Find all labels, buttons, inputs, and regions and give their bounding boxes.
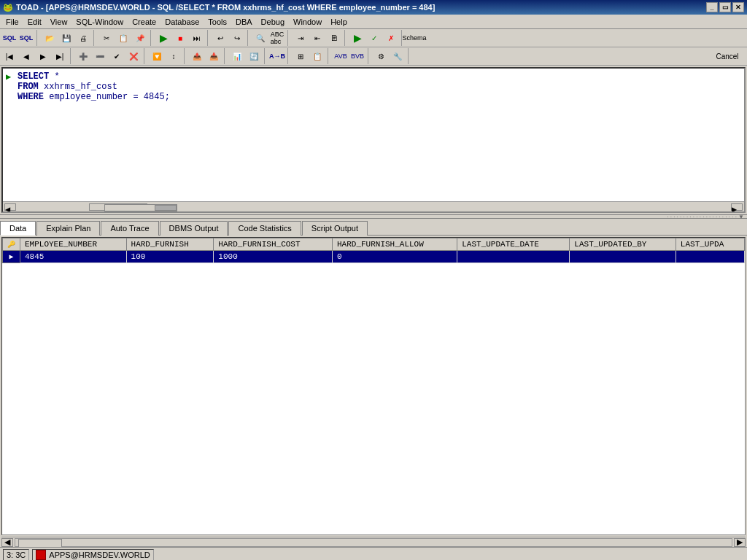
tb-outdent-btn[interactable]: ⇤ (309, 30, 325, 46)
menu-window[interactable]: Window (289, 16, 326, 28)
tb-find-btn[interactable]: 🔍 (252, 30, 268, 46)
tb2-spell-btn[interactable]: AVB (333, 48, 349, 64)
tb2-sep-7 (328, 48, 330, 64)
menu-create[interactable]: Create (128, 16, 160, 28)
tb-sql-btn[interactable]: SQL (1, 30, 18, 46)
col-hard-furnish-cost[interactable]: HARD_FURNISH_COST (214, 238, 333, 251)
title-label: TOAD - [APPS@HRMSDEV.WORLD - SQL /SELECT… (16, 3, 435, 12)
tab-data[interactable]: Data (0, 221, 36, 236)
tb-undo-btn[interactable]: ↩ (212, 30, 228, 46)
tb2-cancel-query-btn[interactable]: Cancel (709, 48, 746, 64)
scroll-left-btn[interactable]: ◀ (4, 203, 16, 211)
sql-content[interactable]: SELECT * FROM xxhrms_hf_cost WHERE emplo… (3, 69, 744, 105)
cell-employee-number: 4845 (20, 251, 127, 263)
tb2-spell2-btn[interactable]: BVB (349, 48, 365, 64)
sql-editor[interactable]: ▶ SELECT * FROM xxhrms_hf_cost WHERE emp… (1, 67, 746, 213)
tb2-cancel-btn[interactable]: ❌ (125, 48, 142, 64)
scroll-right-btn[interactable]: ▶ (731, 203, 743, 211)
table-row[interactable]: ▶ 4845 100 1000 0 (3, 251, 745, 263)
tb2-pivot-btn[interactable]: 🔄 (246, 48, 262, 64)
menu-tools[interactable]: Tools (204, 16, 231, 28)
col-hard-furnish-allow[interactable]: HARD_FURNISH_ALLOW (332, 238, 457, 251)
tb2-form-btn[interactable]: 📋 (309, 48, 325, 64)
tb-execute-btn[interactable]: ▶ (349, 30, 365, 46)
tb2-export-btn[interactable]: 📤 (189, 48, 205, 64)
menu-view[interactable]: View (46, 16, 72, 28)
hscroll-thumb[interactable] (18, 539, 62, 548)
tab-dbms-output[interactable]: DBMS Output (160, 221, 228, 236)
run-indicator: ▶ (6, 71, 11, 82)
tb-schema-btn[interactable]: Schema (406, 30, 422, 46)
tb-format-btn[interactable]: 🖹 (326, 30, 342, 46)
tb2-first-btn[interactable]: |◀ (1, 48, 18, 64)
tb2-sep-6 (287, 48, 290, 64)
menu-database[interactable]: Database (160, 16, 204, 28)
col-last-updated-by[interactable]: LAST_UPDATED_BY (570, 238, 676, 251)
tb2-filter-btn[interactable]: 🔽 (149, 48, 165, 64)
tb2-config-btn[interactable]: ⚙ (373, 48, 389, 64)
tb2-sort-btn[interactable]: ↕ (166, 48, 182, 64)
tb2-sep-2 (144, 48, 147, 64)
tb-cut-btn[interactable]: ✂ (98, 30, 115, 46)
tb2-chart-btn[interactable]: 📊 (229, 48, 245, 64)
tb-save-btn[interactable]: 💾 (58, 30, 74, 46)
sql-where-keyword: WHERE (18, 92, 44, 102)
tb-run-btn[interactable]: ▶ (155, 30, 171, 46)
tb-step-btn[interactable]: ⏭ (189, 30, 205, 46)
menu-help[interactable]: Help (326, 16, 352, 28)
tb-sep-2 (93, 30, 96, 46)
menu-debug[interactable]: Debug (257, 16, 289, 28)
tb-sep-1 (36, 30, 39, 46)
connection-status: APPS@HRMSDEV.WORLD (32, 549, 154, 561)
scroll-thumb[interactable] (89, 203, 147, 211)
tb2-options-btn[interactable]: 🔧 (390, 48, 406, 64)
restore-button[interactable]: ▭ (719, 2, 731, 12)
col-hard-furnish[interactable]: HARD_FURNISH (126, 238, 214, 251)
tb-indent-btn[interactable]: ⇥ (293, 30, 309, 46)
tb2-sep-4 (224, 48, 227, 64)
tb2-last-btn[interactable]: ▶| (52, 48, 68, 64)
tb2-delrow-btn[interactable]: ➖ (92, 48, 108, 64)
hscroll-track[interactable] (15, 538, 732, 547)
tb-sql2-btn[interactable]: SQL (18, 30, 34, 46)
tb2-grid-btn[interactable]: ⊞ (293, 48, 309, 64)
menu-edit[interactable]: Edit (23, 16, 46, 28)
menu-file[interactable]: File (1, 16, 23, 28)
editor-scrollbar[interactable]: ◀ ▶ (3, 201, 744, 211)
grid-hscroll[interactable]: ◀ ▶ (1, 537, 746, 547)
cell-last-update-date (457, 251, 570, 263)
col-last-update-date[interactable]: LAST_UPDATE_DATE (457, 238, 570, 251)
tb-redo-btn[interactable]: ↪ (229, 30, 245, 46)
menu-dba[interactable]: DBA (231, 16, 257, 28)
close-button[interactable]: ✕ (732, 2, 744, 12)
tb-open-btn[interactable]: 📂 (42, 30, 58, 46)
cancel-label-area: Cancel (709, 48, 746, 64)
tb-print-btn[interactable]: 🖨 (75, 30, 91, 46)
tb-paste-btn[interactable]: 📌 (132, 30, 148, 46)
col-employee-number[interactable]: EMPLOYEE_NUMBER (20, 238, 127, 251)
tb-copy-btn[interactable]: 📋 (115, 30, 131, 46)
hscroll-right-btn[interactable]: ▶ (734, 538, 746, 547)
tb-commit-btn[interactable]: ✓ (366, 30, 382, 46)
tb-rollback-btn[interactable]: ✗ (383, 30, 399, 46)
tab-explain-plan[interactable]: Explain Plan (36, 221, 100, 236)
tb2-prev-btn[interactable]: ◀ (18, 48, 34, 64)
tb2-ab-btn[interactable]: A→B (269, 48, 285, 64)
tab-code-statistics[interactable]: Code Statistics (228, 221, 301, 236)
hscroll-left-btn[interactable]: ◀ (1, 538, 13, 547)
tb-replace-btn[interactable]: ABCabc (269, 30, 285, 46)
tb2-next-btn[interactable]: ▶ (35, 48, 51, 64)
minimize-button[interactable]: _ (706, 2, 718, 12)
tb-stop-btn[interactable]: ■ (172, 30, 188, 46)
tab-script-output[interactable]: Script Output (302, 221, 368, 236)
tab-auto-trace[interactable]: Auto Trace (101, 221, 158, 236)
cell-hard-furnish-allow: 0 (332, 251, 457, 263)
sql-star: * (54, 71, 59, 82)
tb2-addrow-btn[interactable]: ➕ (75, 48, 91, 64)
tb2-import-btn[interactable]: 📥 (206, 48, 222, 64)
sql-select-keyword: SELECT (18, 71, 49, 82)
tb2-post-btn[interactable]: ✔ (109, 48, 125, 64)
menu-sql-window[interactable]: SQL-Window (71, 16, 128, 28)
results-grid[interactable]: 🔑 EMPLOYEE_NUMBER HARD_FURNISH HARD_FURN… (1, 237, 746, 535)
col-last-upda[interactable]: LAST_UPDA (676, 238, 744, 251)
